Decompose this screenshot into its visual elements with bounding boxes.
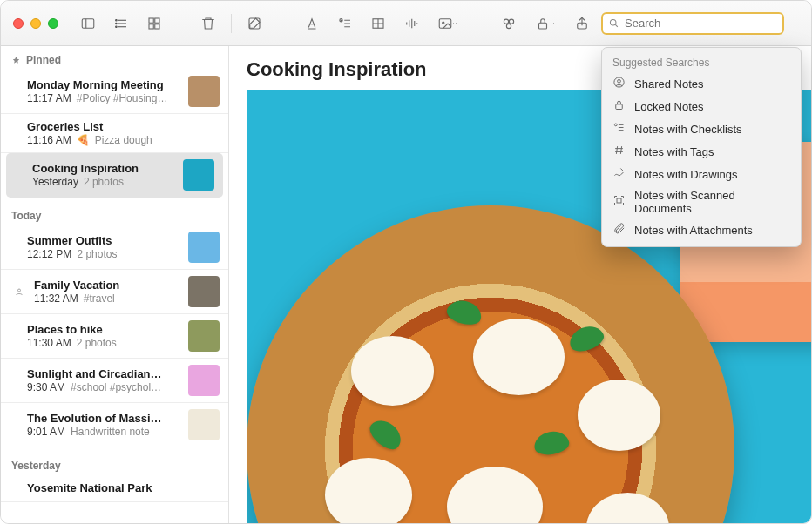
svg-rect-39 bbox=[616, 104, 623, 110]
svg-rect-9 bbox=[155, 18, 159, 23]
sidebar-item-title: Summer Outfits bbox=[27, 234, 181, 247]
sidebar-item[interactable]: Groceries List11:16 AM🍕Pizza dough bbox=[1, 114, 228, 153]
lock-button[interactable] bbox=[528, 12, 563, 35]
sidebar-item-thumb bbox=[188, 409, 220, 440]
svg-point-7 bbox=[116, 26, 118, 28]
minimize-window-icon[interactable] bbox=[30, 18, 41, 29]
sidebar-item-title: The Evolution of Massi… bbox=[27, 412, 181, 425]
table-button[interactable] bbox=[364, 12, 392, 35]
checklist-button[interactable] bbox=[331, 12, 359, 35]
svg-point-6 bbox=[116, 23, 118, 24]
sidebar-item-subtitle: Yesterday2 photos bbox=[32, 176, 176, 188]
svg-line-45 bbox=[620, 146, 621, 154]
sidebar-item-subtitle: 11:17 AM#Policy #Housing… bbox=[27, 92, 181, 104]
sidebar-item[interactable]: Places to hike11:30 AM2 photos bbox=[1, 314, 228, 359]
svg-point-5 bbox=[116, 19, 118, 21]
sidebar-item-time: 11:32 AM bbox=[34, 292, 78, 305]
sidebar-item-emoji: 🍕 bbox=[77, 134, 90, 146]
view-list-button[interactable] bbox=[107, 12, 135, 35]
search-suggestion-label: Shared Notes bbox=[634, 77, 704, 91]
pin-icon bbox=[11, 56, 21, 65]
sidebar-item-title: Family Vacation bbox=[34, 279, 181, 292]
sidebar-item-thumb bbox=[183, 159, 214, 191]
sidebar-item-time: 11:16 AM bbox=[27, 134, 71, 146]
sidebar-item[interactable]: Cooking InspirationYesterday2 photos bbox=[6, 153, 223, 198]
sidebar-item-thumb bbox=[188, 76, 220, 107]
svg-point-29 bbox=[504, 19, 508, 24]
sidebar-item[interactable]: Monday Morning Meeting11:17 AM#Policy #H… bbox=[1, 70, 228, 114]
sidebar-item-time: 11:30 AM bbox=[27, 337, 71, 349]
close-window-icon[interactable] bbox=[13, 18, 24, 29]
titlebar bbox=[1, 1, 811, 46]
search-suggestion[interactable]: Locked Notes bbox=[602, 95, 801, 118]
svg-rect-10 bbox=[149, 24, 153, 28]
sidebar-item-thumb bbox=[188, 365, 220, 396]
search-suggestion[interactable]: Notes with Attachments bbox=[602, 218, 801, 241]
sidebar-item-subtitle: 11:16 AM🍕Pizza dough bbox=[27, 134, 220, 146]
sidebar-item-time: 9:01 AM bbox=[27, 426, 65, 438]
window: Pinned Monday Morning Meeting11:17 AM#Po… bbox=[0, 0, 812, 524]
sidebar-item[interactable]: Sunlight and Circadian…9:30 AM#school #p… bbox=[1, 359, 228, 403]
link-note-button[interactable] bbox=[495, 12, 523, 35]
sidebar-item-subtitle: 11:32 AM#travel bbox=[34, 292, 181, 305]
document-scan-icon bbox=[612, 194, 626, 210]
person-circle-icon bbox=[612, 76, 626, 91]
format-text-button[interactable] bbox=[298, 12, 326, 35]
svg-rect-8 bbox=[149, 18, 153, 23]
fullscreen-window-icon[interactable] bbox=[48, 18, 58, 29]
sidebar-section-yesterday: Yesterday bbox=[1, 447, 228, 475]
sidebar-section-label: Pinned bbox=[26, 54, 61, 66]
sidebar-items: Monday Morning Meeting11:17 AM#Policy #H… bbox=[1, 70, 228, 523]
sidebar-item-time: 9:30 AM bbox=[27, 381, 65, 393]
search-suggestions-title: Suggested Searches bbox=[602, 53, 801, 72]
svg-rect-48 bbox=[617, 198, 621, 203]
svg-rect-32 bbox=[539, 23, 547, 29]
media-button[interactable] bbox=[430, 12, 465, 35]
search-suggestion-label: Notes with Tags bbox=[634, 145, 714, 158]
sidebar-item[interactable]: Family Vacation11:32 AM#travel bbox=[1, 270, 228, 314]
search-suggestion[interactable]: Notes with Scanned Documents bbox=[602, 185, 801, 218]
svg-line-44 bbox=[616, 146, 617, 154]
sidebar-item-title: Cooking Inspiration bbox=[32, 162, 176, 175]
sidebar-item[interactable]: Summer Outfits12:12 PM2 photos bbox=[1, 225, 228, 270]
search-suggestion-label: Notes with Scanned Documents bbox=[634, 189, 790, 215]
toggle-sidebar-button[interactable] bbox=[74, 12, 102, 35]
sidebar-section-label: Yesterday bbox=[11, 460, 61, 472]
sidebar-item-tags: 2 photos bbox=[84, 176, 124, 188]
sidebar-section-today: Today bbox=[1, 198, 228, 225]
sidebar-item-tags: #travel bbox=[84, 292, 115, 305]
search-suggestion[interactable]: Notes with Drawings bbox=[602, 163, 801, 185]
sidebar-item-subtitle: 9:01 AMHandwritten note bbox=[27, 426, 181, 438]
svg-point-36 bbox=[18, 289, 21, 292]
sidebar-item-title: Groceries List bbox=[27, 120, 220, 133]
share-button[interactable] bbox=[568, 12, 596, 35]
sidebar-item-tags: Pizza dough bbox=[95, 134, 152, 146]
search-suggestion[interactable]: Notes with Checklists bbox=[602, 118, 801, 140]
traffic-lights bbox=[13, 18, 58, 29]
search-suggestion[interactable]: Notes with Tags bbox=[602, 140, 801, 163]
sidebar-item-thumb bbox=[188, 232, 220, 263]
sidebar-item-thumb bbox=[188, 320, 220, 352]
svg-point-34 bbox=[610, 19, 616, 25]
compose-button[interactable] bbox=[240, 12, 268, 35]
chevron-down-icon bbox=[451, 20, 458, 27]
sidebar-item-thumb bbox=[188, 276, 220, 307]
search-suggestion-label: Locked Notes bbox=[634, 100, 704, 113]
svg-point-31 bbox=[506, 24, 511, 28]
svg-rect-11 bbox=[155, 24, 159, 28]
search-field[interactable] bbox=[601, 12, 784, 35]
search-suggestion[interactable]: Shared Notes bbox=[602, 72, 801, 95]
sidebar-item[interactable]: The Evolution of Massi…9:01 AMHandwritte… bbox=[1, 403, 228, 447]
svg-point-30 bbox=[509, 19, 513, 24]
sidebar-item-subtitle: 9:30 AM#school #psychol… bbox=[27, 381, 181, 393]
search-suggestion-label: Notes with Attachments bbox=[634, 224, 753, 237]
audio-button[interactable] bbox=[397, 12, 425, 35]
sidebar-section-label: Today bbox=[11, 210, 41, 222]
sidebar-item-title: Sunlight and Circadian… bbox=[27, 367, 181, 380]
delete-button[interactable] bbox=[194, 12, 222, 35]
sidebar-item-tags: Handwritten note bbox=[71, 426, 150, 438]
sidebar-item-tags: #school #psychol… bbox=[71, 381, 161, 393]
search-input[interactable] bbox=[625, 17, 777, 30]
sidebar-item[interactable]: Yosemite National Park bbox=[1, 475, 228, 502]
view-gallery-button[interactable] bbox=[140, 12, 168, 35]
